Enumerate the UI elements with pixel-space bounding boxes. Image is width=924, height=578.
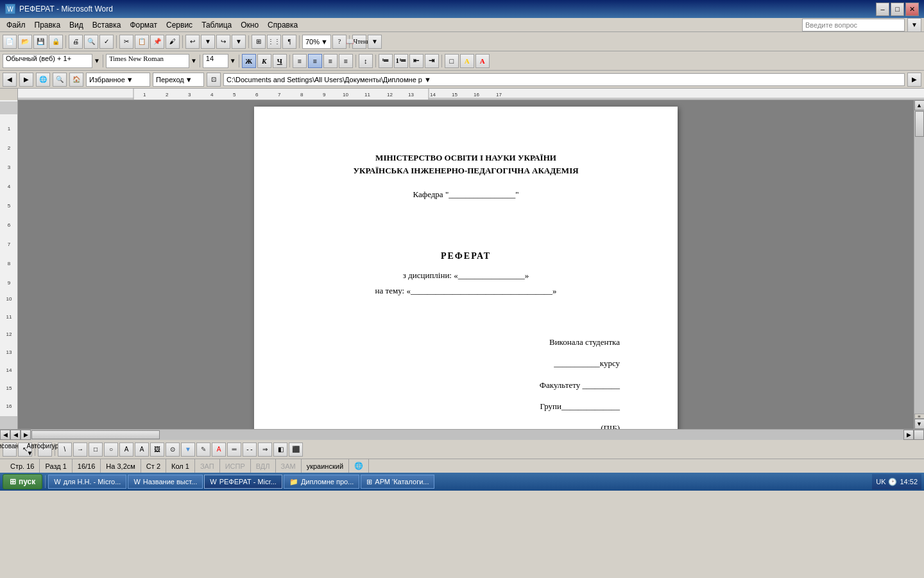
taskbar-item-3[interactable]: W РЕФЕРАТ - Micr... <box>204 475 282 489</box>
copy-button[interactable]: 📋 <box>135 35 149 49</box>
shadow-button[interactable]: ◧ <box>273 442 287 457</box>
zoom-help[interactable]: ? <box>332 35 346 49</box>
goto-dropdown[interactable]: Переход ▼ <box>153 73 204 87</box>
font-dropdown[interactable]: Times New Roman <box>106 54 189 68</box>
arrow-button[interactable]: → <box>73 442 87 457</box>
new-button[interactable]: 📄 <box>3 35 17 49</box>
clipart-button[interactable]: 🖼 <box>150 442 164 457</box>
align-center-button[interactable]: ≡ <box>308 54 322 68</box>
taskbar-item-4[interactable]: 📁 Дипломне про... <box>284 475 359 489</box>
permission-button[interactable]: 🔒 <box>49 35 63 49</box>
wordart-button[interactable]: A <box>135 442 149 457</box>
highlight-button[interactable]: A <box>460 54 474 68</box>
menu-window[interactable]: Окно <box>237 19 262 31</box>
search-box[interactable]: Введите вопрос <box>802 19 905 31</box>
address-input[interactable] <box>223 73 905 86</box>
address-go-button[interactable]: ▶ <box>907 73 921 87</box>
split-button[interactable]: ≡ <box>914 414 925 419</box>
insert-table-button[interactable]: ⊞ <box>252 35 266 49</box>
taskbar-item-5[interactable]: ⊞ АРМ 'Каталоги... <box>361 475 434 489</box>
insert-frame-button[interactable]: ⊡ <box>207 73 221 87</box>
format-painter[interactable]: 🖌 <box>166 35 180 49</box>
fill-color-button[interactable]: ▼ <box>181 442 195 457</box>
line-spacing-button[interactable]: ↕ <box>359 54 373 68</box>
3d-button[interactable]: ⬛ <box>289 442 303 457</box>
font-color2-button[interactable]: A <box>212 442 226 457</box>
textbox-button[interactable]: A <box>119 442 133 457</box>
menu-format[interactable]: Формат <box>126 19 161 31</box>
redo-dropdown[interactable]: ▼ <box>232 35 246 49</box>
minimize-button[interactable]: – <box>876 3 889 16</box>
vertical-scrollbar[interactable]: ▲ ≡ ▼ <box>914 100 924 429</box>
print-button[interactable]: 🖨 <box>69 35 83 49</box>
forward-button[interactable]: ▶ <box>19 73 33 87</box>
dash-style-button[interactable]: - - <box>243 442 257 457</box>
search-web-button[interactable]: 🔍 <box>53 73 67 87</box>
increase-indent-button[interactable]: ⇥ <box>425 54 439 68</box>
favorites-dropdown[interactable]: Избранное ▼ <box>86 73 150 87</box>
redo-button[interactable]: ↪ <box>216 35 230 49</box>
oval-button[interactable]: ○ <box>104 442 118 457</box>
border-button[interactable]: □ <box>445 54 459 68</box>
size-dropdown-arrow-icon[interactable]: ▼ <box>230 57 236 64</box>
search-dropdown[interactable]: ▼ <box>907 18 921 32</box>
cut-button[interactable]: ✂ <box>119 35 133 49</box>
paste-button[interactable]: 📌 <box>150 35 164 49</box>
document-area[interactable]: МІНІСТЕРСТВО ОСВІТИ І НАУКИ УКРАЇНИ УКРА… <box>18 100 914 429</box>
zoom-dropdown[interactable]: 70% ▼ <box>302 35 331 49</box>
font-color-button[interactable]: A <box>475 54 490 68</box>
hscroll-track[interactable] <box>31 430 903 440</box>
draw-menu-button[interactable]: Рисование ▼ <box>3 442 17 457</box>
back-button[interactable]: ◀ <box>3 73 17 87</box>
scroll-right2-button[interactable]: ▶ <box>21 430 31 440</box>
scroll-down-button[interactable]: ▼ <box>914 419 925 429</box>
autoshapes-button[interactable]: Автофигуры ▼ <box>38 442 52 457</box>
close-button[interactable]: ✕ <box>905 3 919 16</box>
menu-help[interactable]: Справка <box>264 19 302 31</box>
home-button[interactable]: 🏠 <box>69 73 83 87</box>
align-left-button[interactable]: ≡ <box>293 54 307 68</box>
hscroll-thumb[interactable] <box>31 430 160 439</box>
menu-table[interactable]: Таблица <box>198 19 235 31</box>
decrease-indent-button[interactable]: ⇤ <box>409 54 424 68</box>
menu-file[interactable]: Файл <box>3 19 30 31</box>
line-color-button[interactable]: ✎ <box>196 442 210 457</box>
font-dropdown-arrow-icon[interactable]: ▼ <box>191 57 197 64</box>
menu-tools[interactable]: Сервис <box>162 19 196 31</box>
size-dropdown[interactable]: 14 <box>203 54 228 68</box>
read-dropdown[interactable]: ▼ <box>368 35 382 49</box>
italic-button[interactable]: К <box>257 54 271 68</box>
open-button[interactable]: 📂 <box>18 35 32 49</box>
menu-edit[interactable]: Правка <box>31 19 65 31</box>
start-button[interactable]: ⊞ пуск <box>3 474 42 489</box>
undo-dropdown[interactable]: ▼ <box>201 35 215 49</box>
read-mode-button[interactable]: 📖 Чтение <box>352 35 366 49</box>
scroll-right-button[interactable]: ▶ <box>903 430 914 440</box>
diagram-button[interactable]: ⊙ <box>166 442 180 457</box>
maximize-button[interactable]: □ <box>891 3 904 16</box>
numbering-button[interactable]: 1≔ <box>394 54 408 68</box>
web-button[interactable]: 🌐 <box>36 73 50 87</box>
arrow-style-button[interactable]: ⇒ <box>258 442 272 457</box>
align-justify-button[interactable]: ≡ <box>339 54 353 68</box>
taskbar-item-2[interactable]: W Название выст... <box>128 475 203 489</box>
columns-button[interactable]: ⋮⋮ <box>267 35 281 49</box>
style-dropdown[interactable]: Обычный (веб) + 1+ <box>3 54 92 68</box>
scroll-up-button[interactable]: ▲ <box>914 100 925 110</box>
show-hide-button[interactable]: ¶ <box>282 35 296 49</box>
menu-insert[interactable]: Вставка <box>89 19 125 31</box>
preview-button[interactable]: 🔍 <box>84 35 98 49</box>
taskbar-item-1[interactable]: W для Н.Н. - Micro... <box>48 475 126 489</box>
save-button[interactable]: 💾 <box>33 35 47 49</box>
undo-button[interactable]: ↩ <box>185 35 200 49</box>
scrollbar-track[interactable] <box>914 110 925 414</box>
align-right-button[interactable]: ≡ <box>323 54 338 68</box>
bold-button[interactable]: Ж <box>242 54 256 68</box>
spellcheck-button[interactable]: ✓ <box>99 35 114 49</box>
underline-button[interactable]: Ч <box>273 54 287 68</box>
scroll-left-button[interactable]: ◀ <box>0 430 10 440</box>
menu-view[interactable]: Вид <box>65 19 87 31</box>
scroll-left2-button[interactable]: ◀ <box>10 430 21 440</box>
line-style-button[interactable]: ═ <box>227 442 241 457</box>
line-button[interactable]: \ <box>58 442 72 457</box>
